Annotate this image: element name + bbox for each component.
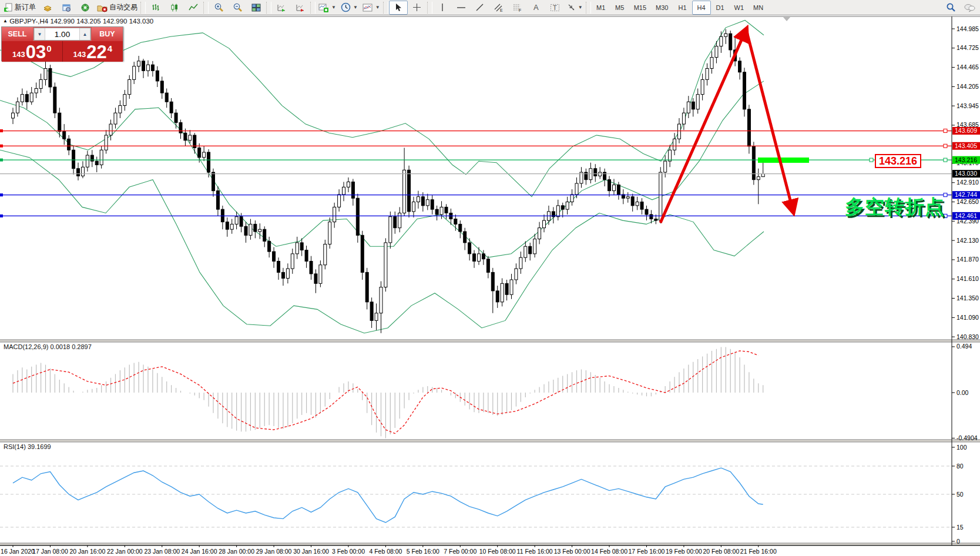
svg-text:143.945: 143.945 — [956, 102, 979, 109]
auto-scroll-icon — [277, 3, 286, 12]
crosshair-tool-button[interactable] — [408, 1, 427, 15]
main-toolbar: 新订单 自动交易 ▼ ▼ — [0, 0, 980, 15]
svg-text:21 Feb 16:00: 21 Feb 16:00 — [740, 548, 777, 555]
new-order-button[interactable]: 新订单 — [1, 1, 38, 15]
trendline-tool-button[interactable] — [471, 1, 489, 15]
text-label-tool-button[interactable]: T — [546, 1, 565, 15]
horizontal-line-icon — [457, 4, 466, 12]
timeframe-m15-button[interactable]: M15 — [629, 1, 651, 15]
svg-text:17 Jan 08:00: 17 Jan 08:00 — [32, 548, 68, 555]
candlestick-mode-button[interactable] — [165, 1, 184, 15]
volume-value[interactable]: 1.00 — [45, 28, 79, 40]
sell-price[interactable]: 143 03 0 — [2, 41, 63, 62]
volume-increase-button[interactable]: ▲ — [79, 28, 90, 40]
timeframe-label: W1 — [732, 4, 747, 11]
zoom-in-button[interactable] — [209, 1, 228, 15]
volume-stepper: ▼ 1.00 ▲ — [33, 28, 91, 41]
chart-shift-button[interactable] — [291, 1, 310, 15]
arrows-tool-button[interactable]: ▼ — [565, 1, 585, 15]
collapse-triangle-icon[interactable]: ▲ — [3, 18, 8, 24]
cursor-tool-button[interactable] — [389, 1, 408, 15]
highlight-zone-bar[interactable] — [758, 158, 809, 163]
timeframe-m1-button[interactable]: M1 — [592, 1, 610, 15]
bar-chart-icon — [151, 3, 160, 12]
price-callout-label[interactable]: 143.216 — [875, 154, 921, 168]
autotrading-icon — [97, 3, 108, 12]
toolbar-separator — [140, 2, 146, 14]
svg-text:142.650: 142.650 — [956, 198, 979, 205]
timeframe-h4-button[interactable]: H4 — [692, 1, 711, 15]
navigator-button[interactable] — [76, 1, 95, 15]
toolbar-separator — [266, 2, 271, 14]
trendline-icon — [475, 3, 484, 12]
svg-text:50: 50 — [956, 491, 964, 498]
timeframe-label: M1 — [594, 4, 608, 11]
text-label-icon: T — [550, 3, 560, 12]
timeframe-label: M30 — [653, 4, 670, 11]
chart-symbol-period: GBPJPY-,H4 — [9, 18, 48, 25]
new-chart-button[interactable]: ▼ — [316, 1, 338, 15]
svg-text:140.830: 140.830 — [956, 333, 979, 340]
fibonacci-icon: F — [512, 3, 522, 12]
text-icon: A — [532, 3, 541, 12]
vertical-line-icon — [439, 3, 446, 12]
toolbar-separator — [310, 2, 316, 14]
toolbar-separator — [427, 2, 432, 14]
svg-text:22 Jan 00:00: 22 Jan 00:00 — [107, 548, 143, 555]
sell-button[interactable]: SELL — [2, 27, 33, 41]
indicators-icon — [363, 3, 373, 12]
svg-text:141.350: 141.350 — [956, 294, 979, 302]
svg-text:28 Jan 00:00: 28 Jan 00:00 — [219, 548, 254, 555]
volume-decrease-button[interactable]: ▼ — [34, 28, 45, 40]
line-right-handle — [944, 129, 947, 133]
svg-text:F: F — [519, 8, 521, 12]
chat-button[interactable] — [960, 1, 979, 15]
buy-button[interactable]: BUY — [92, 27, 123, 41]
turning-point-annotation[interactable]: 多空转折点 — [845, 194, 948, 220]
svg-text:10 Feb 08:00: 10 Feb 08:00 — [479, 548, 516, 555]
buy-price[interactable]: 143 22 4 — [63, 41, 123, 62]
timeframe-label: M5 — [613, 4, 626, 11]
crosshair-icon — [412, 3, 421, 12]
channel-tool-button[interactable]: E — [489, 1, 508, 15]
buy-price-small: 143 — [73, 50, 86, 59]
tile-windows-button[interactable] — [247, 1, 266, 15]
svg-text:14 Feb 08:00: 14 Feb 08:00 — [591, 548, 627, 555]
svg-text:144.725: 144.725 — [956, 44, 979, 51]
search-button[interactable] — [941, 1, 960, 15]
zoom-in-icon — [214, 2, 224, 12]
svg-text:4 Feb 08:00: 4 Feb 08:00 — [369, 548, 402, 555]
svg-text:19 Feb 00:00: 19 Feb 00:00 — [666, 548, 702, 555]
svg-text:144.985: 144.985 — [956, 25, 979, 32]
fibonacci-tool-button[interactable]: F — [508, 1, 527, 15]
line-left-anchor — [0, 129, 3, 132]
market-watch-button[interactable] — [38, 1, 57, 15]
buy-price-sup: 4 — [108, 43, 112, 53]
auto-scroll-button[interactable] — [272, 1, 291, 15]
bar-chart-mode-button[interactable] — [146, 1, 165, 15]
timeframe-w1-button[interactable]: W1 — [730, 1, 749, 15]
timeframe-d1-button[interactable]: D1 — [711, 1, 730, 15]
timeframe-label: H4 — [694, 4, 707, 11]
svg-text:144.205: 144.205 — [956, 83, 979, 90]
timeframe-mn-button[interactable]: MN — [749, 1, 768, 15]
line-left-anchor — [0, 159, 3, 162]
zoom-out-button[interactable] — [228, 1, 247, 15]
data-window-button[interactable] — [57, 1, 76, 15]
period-profiles-button[interactable]: ▼ — [338, 1, 360, 15]
chart-canvas[interactable]: 144.985144.725144.465144.205143.945143.6… — [0, 0, 980, 556]
horizontal-line-tool-button[interactable] — [452, 1, 471, 15]
timeframe-label: D1 — [713, 4, 726, 11]
svg-text:143.030: 143.030 — [955, 170, 977, 177]
new-order-label: 新订单 — [15, 2, 36, 12]
autotrading-button[interactable]: 自动交易 — [95, 1, 140, 15]
vertical-line-tool-button[interactable] — [433, 1, 452, 15]
line-chart-mode-button[interactable] — [184, 1, 203, 15]
timeframe-m30-button[interactable]: M30 — [651, 1, 673, 15]
timeframe-h1-button[interactable]: H1 — [673, 1, 692, 15]
timeframe-m5-button[interactable]: M5 — [610, 1, 629, 15]
svg-text:142.744: 142.744 — [955, 191, 977, 198]
arrows-icon — [567, 3, 576, 12]
text-tool-button[interactable]: A — [527, 1, 546, 15]
indicators-button[interactable]: ▼ — [360, 1, 382, 15]
